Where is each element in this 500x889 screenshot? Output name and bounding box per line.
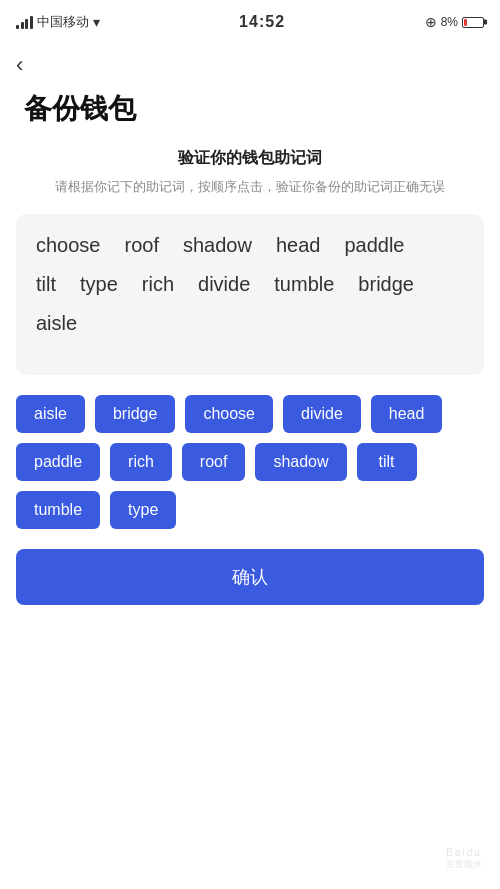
word-chip[interactable]: tilt [357,443,417,481]
word-chip[interactable]: tumble [16,491,100,529]
battery-pct: 8% [441,15,458,29]
word-chip[interactable]: roof [182,443,246,481]
word-chips-area: aislebridgechoosedivideheadpaddlerichroo… [16,395,484,529]
word-chip[interactable]: aisle [16,395,85,433]
word-display-box: chooseroofshadowheadpaddletilttyperichdi… [16,214,484,375]
word-chip[interactable]: shadow [255,443,346,481]
display-word: tumble [274,273,334,296]
back-button[interactable]: ‹ [0,44,39,82]
confirm-btn-wrap: 确认 [16,549,484,605]
section-heading: 验证你的钱包助记词 [0,148,500,169]
word-chip[interactable]: rich [110,443,172,481]
display-word: bridge [358,273,414,296]
display-word: type [80,273,118,296]
status-right: ⊕ 8% [425,14,484,30]
carrier-label: 中国移动 [37,13,89,31]
word-chip[interactable]: type [110,491,176,529]
display-word: shadow [183,234,252,257]
display-word: head [276,234,321,257]
wifi-icon: ▾ [93,14,100,30]
display-word: paddle [344,234,404,257]
watermark: Baidu 百度糯米 [446,847,482,871]
word-chip[interactable]: choose [185,395,273,433]
carrier-wifi: 中国移动 ▾ [16,13,100,31]
section-desc: 请根据你记下的助记词，按顺序点击，验证你备份的助记词正确无误 [0,177,500,198]
confirm-button[interactable]: 确认 [16,549,484,605]
word-chip[interactable]: bridge [95,395,175,433]
word-chip[interactable]: paddle [16,443,100,481]
chips-row: aislebridgechoosedivideheadpaddlerichroo… [16,395,484,529]
display-word: roof [125,234,159,257]
word-display-row: chooseroofshadowheadpaddletilttyperichdi… [36,234,464,351]
display-word: tilt [36,273,56,296]
circle-icon: ⊕ [425,14,437,30]
display-word: divide [198,273,250,296]
display-word: rich [142,273,174,296]
word-chip[interactable]: head [371,395,443,433]
display-word: choose [36,234,101,257]
status-time: 14:52 [239,13,285,31]
word-chip[interactable]: divide [283,395,361,433]
status-bar: 中国移动 ▾ 14:52 ⊕ 8% [0,0,500,44]
signal-icon [16,15,33,29]
display-word: aisle [36,312,77,335]
battery-icon [462,17,484,28]
page-title: 备份钱包 [0,82,500,148]
